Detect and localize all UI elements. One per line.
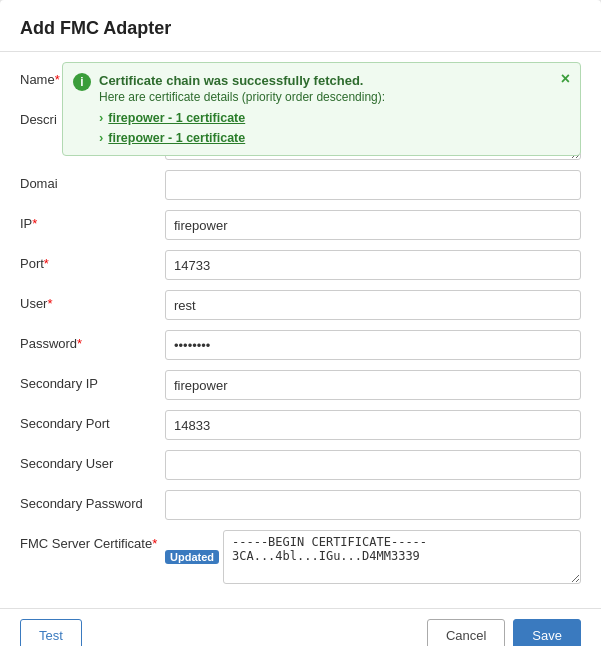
cert-value-row: Updated -----BEGIN CERTIFICATE----- 3CA.… [165, 530, 581, 584]
user-input[interactable] [165, 290, 581, 320]
notification-title: Certificate chain was successfully fetch… [99, 73, 548, 88]
footer-right: Cancel Save [427, 619, 581, 646]
cert-link-1[interactable]: firepower - 1 certificate [108, 111, 245, 125]
secondary-password-row: Secondary Password [20, 490, 581, 520]
domain-input[interactable] [165, 170, 581, 200]
secondary-user-input[interactable] [165, 450, 581, 480]
user-row: User* [20, 290, 581, 320]
cert-item-1: › firepower - 1 certificate [99, 110, 548, 125]
cert-item-2: › firepower - 1 certificate [99, 130, 548, 145]
ip-input[interactable] [165, 210, 581, 240]
updated-badge: Updated [165, 550, 219, 564]
add-fmc-adapter-dialog: Add FMC Adapter i × Certificate chain wa… [0, 0, 601, 646]
dialog-header: Add FMC Adapter [0, 0, 601, 52]
save-button[interactable]: Save [513, 619, 581, 646]
secondary-user-label: Secondary User [20, 450, 165, 471]
dialog-body: i × Certificate chain was successfully f… [0, 52, 601, 608]
port-row: Port* [20, 250, 581, 280]
fmc-cert-row: FMC Server Certificate* Updated -----BEG… [20, 530, 581, 584]
dialog-footer: Test Cancel Save [0, 608, 601, 646]
chevron-right-icon-1: › [99, 110, 103, 125]
dialog-title: Add FMC Adapter [20, 18, 581, 39]
secondary-port-row: Secondary Port [20, 410, 581, 440]
port-input[interactable] [165, 250, 581, 280]
domain-label: Domai [20, 170, 165, 191]
password-label: Password* [20, 330, 165, 351]
cert-link-2[interactable]: firepower - 1 certificate [108, 131, 245, 145]
chevron-right-icon-2: › [99, 130, 103, 145]
notification-close-button[interactable]: × [561, 71, 570, 87]
cancel-button[interactable]: Cancel [427, 619, 505, 646]
certificate-notification: i × Certificate chain was successfully f… [62, 62, 581, 156]
fmc-cert-label: FMC Server Certificate* [20, 530, 165, 551]
test-button[interactable]: Test [20, 619, 82, 646]
cert-textarea-wrap: Updated -----BEGIN CERTIFICATE----- 3CA.… [165, 530, 581, 584]
port-label: Port* [20, 250, 165, 271]
ip-row: IP* [20, 210, 581, 240]
notification-subtitle: Here are certificate details (priority o… [99, 90, 548, 104]
secondary-user-row: Secondary User [20, 450, 581, 480]
user-label: User* [20, 290, 165, 311]
password-input[interactable] [165, 330, 581, 360]
ip-label: IP* [20, 210, 165, 231]
domain-row: Domai [20, 170, 581, 200]
secondary-port-label: Secondary Port [20, 410, 165, 431]
secondary-ip-label: Secondary IP [20, 370, 165, 391]
secondary-password-input[interactable] [165, 490, 581, 520]
secondary-port-input[interactable] [165, 410, 581, 440]
password-row: Password* [20, 330, 581, 360]
secondary-ip-input[interactable] [165, 370, 581, 400]
secondary-ip-row: Secondary IP [20, 370, 581, 400]
info-icon: i [73, 73, 91, 91]
cert-textarea[interactable]: -----BEGIN CERTIFICATE----- 3CA...4bl...… [223, 530, 581, 584]
secondary-password-label: Secondary Password [20, 490, 165, 511]
